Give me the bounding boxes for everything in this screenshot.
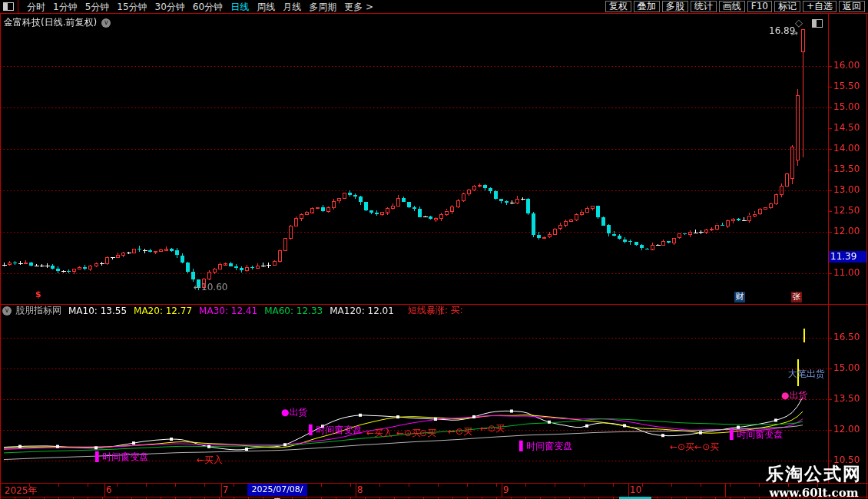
price-label-12.50: 12.50 xyxy=(833,205,860,216)
price-label-11.00: 11.00 xyxy=(833,267,860,278)
toolbar-button-返回[interactable]: 返回 xyxy=(839,1,865,12)
toolbar-button-标记[interactable]: 标记 xyxy=(774,1,800,12)
axis-tick xyxy=(829,273,832,274)
selected-date-box[interactable]: 2025/07/08/二 xyxy=(247,484,307,496)
axis-tick xyxy=(829,66,832,67)
split-screen-icon[interactable] xyxy=(812,19,823,28)
x-axis-label-8: 8 xyxy=(357,484,363,495)
price-label-15.00: 15.00 xyxy=(833,101,860,112)
ma-readout-MA60: MA60: 12.33 xyxy=(264,306,323,316)
last-price-tag: 11.39 xyxy=(829,251,866,263)
x-axis-ticks xyxy=(0,484,828,487)
toolbar-item-周线[interactable]: 周线 xyxy=(257,1,275,13)
panel-annotation: ←⊙买 xyxy=(480,422,505,435)
candlestick-chart-canvas[interactable] xyxy=(0,0,868,499)
toolbar-item-5分钟[interactable]: 5分钟 xyxy=(85,1,110,13)
x-axis-label-6: 6 xyxy=(106,484,112,495)
toolbar-item-更多 >[interactable]: 更多 > xyxy=(344,1,373,13)
axis-tick xyxy=(829,107,832,108)
price-label-15.50: 15.50 xyxy=(833,81,860,91)
toolbar-item-分时[interactable]: 分时 xyxy=(27,1,45,13)
watermark-site-name: 乐淘公式网 xyxy=(766,462,862,486)
price-label-12.00: 12.00 xyxy=(833,226,860,236)
ma-readouts: MA10: 13.55MA20: 12.77MA30: 12.41MA60: 1… xyxy=(68,306,401,316)
toolbar-item-15分钟[interactable]: 15分钟 xyxy=(117,1,147,13)
signal-label: 短线暴涨: 买: xyxy=(408,304,463,317)
event-badge-张: 张 xyxy=(791,292,802,302)
x-axis-label-7: 7 xyxy=(223,484,229,495)
axis-tick xyxy=(829,170,832,170)
axis-tick xyxy=(829,190,832,191)
chevron-down-icon[interactable]: ∨ xyxy=(101,18,111,28)
toolbar-divider xyxy=(18,0,18,13)
price-label-13.00: 13.00 xyxy=(833,184,860,195)
toolbar-button-叠加[interactable]: 叠加 xyxy=(634,1,660,12)
toolbar-item-月线[interactable]: 月线 xyxy=(283,1,301,13)
indicator-source: ∨ 股朋指标网 xyxy=(2,304,61,317)
ma-readout-MA20: MA20: 12.77 xyxy=(134,306,192,316)
panel-price-label-13.50: 13.50 xyxy=(833,393,860,404)
panel-price-label-12.00: 12.00 xyxy=(833,424,860,435)
top-toolbar: 分时1分钟5分钟15分钟30分钟60分钟日线周线月线多周期更多 > 复权叠加多股… xyxy=(0,0,868,14)
watermark: 乐淘公式网 www.60lt.com xyxy=(766,462,862,499)
toolbar-button-统计[interactable]: 统计 xyxy=(691,1,717,12)
axis-tick xyxy=(829,87,832,88)
frame-right-line xyxy=(866,0,867,499)
watermark-url: www.60lt.com xyxy=(766,486,862,499)
toolbar-button-F10[interactable]: F10 xyxy=(747,1,772,12)
toolbar-button-画线[interactable]: 画线 xyxy=(719,1,745,12)
ma-readout-MA120: MA120: 12.01 xyxy=(330,306,394,316)
panel-annotation: ←买入 xyxy=(197,454,223,467)
panel-annotation: ←⊙买←⊙买 xyxy=(670,441,719,454)
x-axis-separator xyxy=(356,483,356,497)
window-split-icon[interactable] xyxy=(3,2,14,11)
toolbar-item-1分钟[interactable]: 1分钟 xyxy=(53,1,78,13)
chart-title: 金富科技(日线.前复权) ∨ xyxy=(4,16,111,29)
price-label-13.50: 13.50 xyxy=(833,164,860,174)
panel-annotation: ←⊙买 xyxy=(448,425,472,438)
x-axis-separator xyxy=(725,483,726,497)
axis-tick xyxy=(829,211,832,212)
x-axis-separator xyxy=(628,483,629,497)
panel-annotation: ▌时间窗变盘 xyxy=(95,451,148,464)
x-axis-label-9: 9 xyxy=(503,484,509,495)
dollar-marker: $ xyxy=(35,289,41,299)
x-axis-label-10: 10 xyxy=(630,484,641,495)
panel-annotation: ●出货 xyxy=(781,389,807,402)
panel-annotation: ←买入 xyxy=(366,427,393,440)
panel-annotation: ●出货 xyxy=(281,406,307,419)
low-price-annotation: ←10.60 xyxy=(194,282,227,292)
axis-tick xyxy=(829,461,832,461)
axis-vertical-line xyxy=(828,14,829,483)
panel-annotation: ⊙买 xyxy=(419,427,436,440)
x-axis-separator xyxy=(502,483,502,497)
panel-price-label-15.00: 15.00 xyxy=(833,362,860,373)
ma-readout-MA30: MA30: 12.41 xyxy=(199,306,257,316)
panel-annotation: ▌时间窗变盘 xyxy=(519,440,572,453)
indicator-source-label: 股朋指标网 xyxy=(15,304,61,317)
frame-left-line xyxy=(0,0,1,499)
toolbar-item-30分钟[interactable]: 30分钟 xyxy=(155,1,185,13)
toolbar-button-多股[interactable]: 多股 xyxy=(662,1,688,12)
axis-tick xyxy=(829,368,832,369)
event-badge-财: 财 xyxy=(734,292,745,302)
panel-price-label-16.50: 16.50 xyxy=(833,332,860,342)
toolbar-item-60分钟[interactable]: 60分钟 xyxy=(193,1,223,13)
toolbar-button-复权[interactable]: 复权 xyxy=(605,1,631,12)
axis-tick xyxy=(829,232,832,233)
price-label-16.00: 16.00 xyxy=(833,60,860,71)
panel-annotation: ▌时间窗变盘 xyxy=(730,428,783,441)
x-axis-label-2025年: 2025年 xyxy=(5,484,38,497)
ma-readout-MA10: MA10: 13.55 xyxy=(68,306,127,316)
axis-tick xyxy=(829,149,832,150)
toolbar-button-+自选[interactable]: +自选 xyxy=(803,1,837,12)
panel-annotation: ▌时间窗变盘 xyxy=(309,424,362,437)
x-axis-separator xyxy=(221,483,222,497)
panel-annotation: 大笔出货 xyxy=(788,368,825,381)
x-axis-separator xyxy=(104,483,105,497)
indicator-panel-header: ∨ 股朋指标网 MA10: 13.55MA20: 12.77MA30: 12.4… xyxy=(2,306,463,316)
chevron-down-icon[interactable]: ∨ xyxy=(2,306,12,316)
toolbar-item-多周期[interactable]: 多周期 xyxy=(309,1,336,13)
toolbar-item-日线[interactable]: 日线 xyxy=(230,1,249,13)
price-label-14.00: 14.00 xyxy=(833,143,860,154)
